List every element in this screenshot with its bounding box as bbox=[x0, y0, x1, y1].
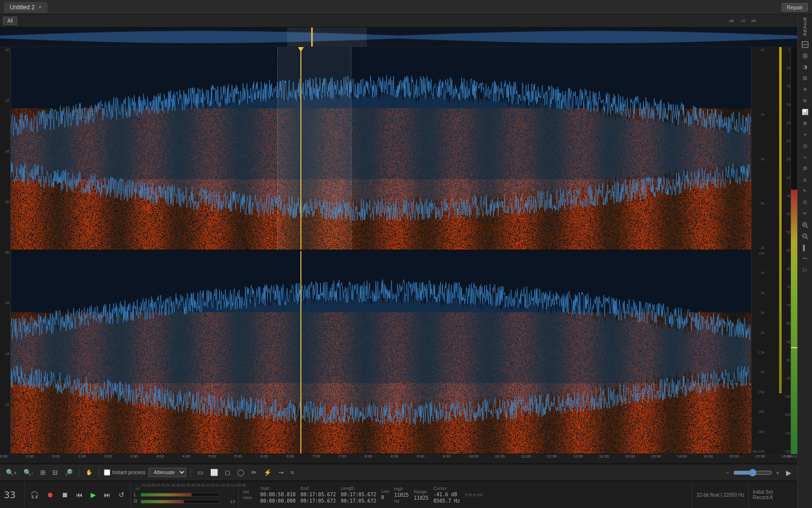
skip-back-button[interactable]: ⏮ bbox=[74, 490, 85, 500]
cursor-db-value: -41.6 dB bbox=[433, 492, 460, 497]
rp-tool12[interactable]: ↖ bbox=[800, 186, 811, 197]
rp-tool10[interactable]: ⚙ bbox=[800, 163, 811, 174]
zoom-fit-button[interactable]: ⊞ bbox=[38, 467, 48, 478]
next-panel-button[interactable]: ▶ bbox=[784, 467, 793, 478]
rp-tool9[interactable]: ≈ bbox=[800, 152, 811, 163]
time-format-label: h:m:s.ms bbox=[465, 492, 483, 497]
select-tool-button[interactable]: ▭ bbox=[196, 467, 205, 478]
vu-right-bar-container bbox=[141, 500, 220, 504]
repair-button[interactable]: Repair bbox=[782, 3, 808, 12]
instant-process-label[interactable]: Instant process bbox=[112, 470, 146, 475]
rp-tool8[interactable]: ◎ bbox=[800, 141, 811, 152]
play-button[interactable]: ▶ bbox=[89, 490, 98, 500]
stop-button[interactable]: ⏹ bbox=[59, 490, 70, 500]
hand-tool-button[interactable]: ✋ bbox=[84, 468, 95, 477]
db-label-top-left: dB bbox=[729, 19, 734, 23]
vu-right-bar bbox=[141, 500, 184, 503]
peak-meter bbox=[790, 47, 797, 454]
repair-label: Repair bbox=[803, 17, 808, 36]
hz-label: Hz bbox=[752, 449, 759, 454]
vu-left-row: L bbox=[134, 492, 235, 497]
attenuate-dropdown[interactable]: Attenuate Repair Mute bbox=[148, 468, 186, 477]
ellipse-tool-button[interactable]: ◯ bbox=[235, 467, 246, 478]
wand-tool-button[interactable]: ⚡ bbox=[262, 467, 273, 478]
svg-line-7 bbox=[806, 226, 808, 228]
rp-zoom-in[interactable] bbox=[800, 220, 811, 230]
db-neg10-left: -10 bbox=[0, 48, 10, 99]
zoom-region-button[interactable]: 🔎 bbox=[63, 467, 74, 478]
rp-tool1[interactable]: ◑ bbox=[800, 62, 811, 73]
format-text: 32-bit float | 22050 Hz bbox=[696, 492, 744, 498]
rp-zoom-out[interactable] bbox=[800, 231, 811, 242]
rp-tool14[interactable]: ✂ bbox=[800, 208, 811, 219]
rp-tool5[interactable]: 📊 bbox=[800, 107, 811, 118]
sel-length-value: 00:17:05.672 bbox=[341, 492, 376, 497]
split-tool-button[interactable]: ⊸ bbox=[276, 467, 286, 478]
sel-range-value: 11025 bbox=[414, 495, 428, 501]
db-label-top-right: dB bbox=[751, 19, 756, 23]
right-db-col: -10 -7k -5k -3k -2k bbox=[752, 47, 765, 251]
lasso-tool-button[interactable]: ⬜ bbox=[208, 467, 220, 478]
rp-tool7[interactable]: ⌖ bbox=[800, 129, 811, 140]
headphones-button[interactable]: 🎧 bbox=[28, 490, 41, 500]
rp-grid-button[interactable] bbox=[800, 51, 811, 61]
all-button[interactable]: All bbox=[3, 17, 17, 25]
hz-label-status: Hz bbox=[394, 499, 409, 504]
record-label: Record A bbox=[753, 495, 793, 500]
vu-right-label: R bbox=[134, 499, 139, 504]
zoom-out-button[interactable]: 🔍- bbox=[22, 467, 35, 478]
waveform-content[interactable] bbox=[11, 47, 751, 454]
overview-strip[interactable] bbox=[0, 27, 797, 47]
low-header: Low bbox=[381, 489, 390, 494]
close-tab-button[interactable]: × bbox=[39, 4, 42, 10]
envelope-tool-button[interactable]: ≈ bbox=[289, 467, 296, 478]
sel-high-value: 11025 bbox=[394, 492, 409, 498]
zoom-minus-button[interactable]: − bbox=[724, 468, 731, 477]
rp-tool4[interactable]: ≋ bbox=[800, 96, 811, 106]
initial-segment: Initial Set Record A bbox=[748, 482, 797, 508]
main-container: All dB -10 dB -10 -12 -16 -20 -30 -16 bbox=[0, 15, 812, 508]
vu-meters: -Inf.-70-63-60-57-54-51-48-45-42-39-36-3… bbox=[131, 482, 239, 508]
time-info-section: Sel View Start 00:08:58.818 00:00:00.000… bbox=[239, 482, 692, 508]
loop-button[interactable]: ↺ bbox=[117, 490, 126, 500]
rp-tool3[interactable]: ☀ bbox=[800, 84, 811, 95]
tab-title: Untitled 2 bbox=[10, 4, 35, 11]
sel-label: Sel bbox=[243, 489, 257, 494]
zoom-plus-button[interactable]: + bbox=[774, 468, 781, 477]
sel-low-value: 0 bbox=[381, 495, 390, 500]
end-header: End bbox=[300, 486, 336, 491]
cursor-hz-value: 8505.7 Hz bbox=[433, 498, 460, 504]
rp-arrow-right[interactable]: ▷ bbox=[800, 265, 811, 276]
rp-tool13[interactable]: ⊙ bbox=[800, 197, 811, 208]
magic-tool-button[interactable]: ◻ bbox=[223, 467, 232, 478]
toolbar-separator-2 bbox=[99, 468, 99, 477]
channel-left-track[interactable] bbox=[11, 47, 751, 250]
view-start-value: 00:00:00.000 bbox=[260, 498, 295, 504]
sel-end-value: 00:17:05.672 bbox=[300, 492, 336, 497]
rp-tool6[interactable]: ⊗ bbox=[800, 118, 811, 129]
zoom-controls: − + bbox=[724, 468, 781, 477]
instant-process-group: Instant process bbox=[104, 469, 146, 476]
zoom-slider[interactable] bbox=[733, 469, 772, 477]
status-bar: 33 🎧 ⏺ ⏹ ⏮ ▶ ⏭ ↺ -Inf.-70-63-60-57-54-51… bbox=[0, 481, 797, 508]
sel-start-value: 00:08:58.818 bbox=[260, 492, 295, 497]
zoom-full-button[interactable]: ⊟ bbox=[50, 467, 60, 478]
channel-right-track[interactable] bbox=[11, 251, 751, 454]
view-length-value: 00:17:05.672 bbox=[341, 498, 376, 504]
instant-process-checkbox[interactable] bbox=[104, 469, 110, 476]
vu-left-bar bbox=[141, 493, 192, 496]
zoom-in-button[interactable]: 🔍+ bbox=[4, 467, 19, 478]
right-db-col-2: -10k -7k -5k -3k -2k -1.5k -1k -700 -500… bbox=[752, 251, 765, 454]
rp-all-button[interactable] bbox=[800, 39, 811, 50]
rp-tool2[interactable]: ⊞ bbox=[800, 73, 811, 84]
document-tab[interactable]: Untitled 2 × bbox=[4, 2, 48, 13]
rp-tool11[interactable]: ≡ bbox=[800, 175, 811, 185]
rp-bar-chart[interactable]: ▌ bbox=[800, 242, 811, 253]
skip-fwd-button[interactable]: ⏭ bbox=[102, 490, 113, 500]
peak-meter-fill bbox=[791, 190, 797, 455]
view-label: View bbox=[243, 495, 257, 500]
record-button[interactable]: ⏺ bbox=[45, 490, 55, 500]
rp-wave-chart[interactable]: 〜 bbox=[800, 254, 811, 264]
length-header: Length bbox=[341, 486, 376, 491]
lasso2-tool-button[interactable]: ✏ bbox=[249, 467, 259, 478]
